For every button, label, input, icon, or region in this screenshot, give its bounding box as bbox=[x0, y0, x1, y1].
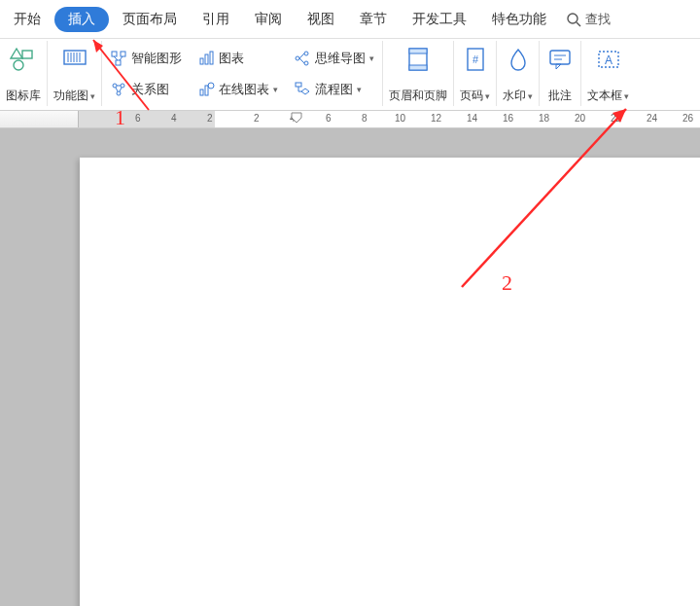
mindmap-label: 思维导图 bbox=[315, 50, 366, 67]
chevron-down-icon: ▾ bbox=[273, 85, 278, 94]
svg-marker-48 bbox=[292, 113, 301, 123]
svg-point-28 bbox=[296, 56, 299, 60]
ribbon: 图标库 功能图▾ 智能图形 关系图 图表 在线图表 ▾ 思维导图 bbox=[0, 39, 700, 111]
smartart-label: 智能图形 bbox=[131, 50, 182, 67]
svg-line-31 bbox=[299, 53, 304, 58]
tab-review[interactable]: 审阅 bbox=[243, 5, 294, 34]
chevron-down-icon: ▾ bbox=[528, 91, 533, 101]
svg-rect-38 bbox=[409, 49, 427, 53]
svg-marker-2 bbox=[11, 49, 22, 58]
flowchart-label: 流程图 bbox=[315, 81, 353, 98]
iconlib-label: 图标库 bbox=[6, 88, 41, 104]
watermark-label: 水印▾ bbox=[503, 88, 533, 104]
flowchart-button[interactable]: 流程图 ▾ bbox=[292, 74, 376, 105]
svg-point-30 bbox=[304, 61, 308, 65]
watermark-button[interactable]: 水印▾ bbox=[497, 41, 540, 106]
ruler-ticks: 6 4 2 2 4 6 8 10 12 14 16 18 20 22 24 26… bbox=[79, 111, 700, 127]
svg-rect-24 bbox=[210, 52, 213, 64]
svg-rect-22 bbox=[200, 58, 203, 64]
svg-point-4 bbox=[14, 60, 23, 70]
chevron-down-icon: ▾ bbox=[357, 85, 362, 94]
svg-rect-39 bbox=[409, 65, 427, 70]
chevron-down-icon: ▾ bbox=[624, 91, 629, 101]
mindmap-button[interactable]: 思维导图 ▾ bbox=[292, 43, 376, 74]
relation-label: 关系图 bbox=[131, 81, 169, 98]
svg-text:A: A bbox=[604, 53, 612, 67]
indent-marker[interactable] bbox=[291, 112, 300, 125]
watermark-icon bbox=[504, 45, 533, 74]
search-button[interactable]: 查找 bbox=[566, 11, 611, 28]
pagenum-button[interactable]: # 页码▾ bbox=[454, 41, 497, 106]
tab-dev[interactable]: 开发工具 bbox=[401, 5, 478, 34]
pagenum-label: 页码▾ bbox=[460, 88, 490, 104]
mindmap-icon bbox=[294, 50, 311, 67]
svg-line-20 bbox=[116, 88, 118, 91]
svg-rect-3 bbox=[22, 51, 32, 58]
chevron-down-icon: ▾ bbox=[369, 53, 374, 63]
svg-rect-13 bbox=[116, 60, 121, 65]
svg-rect-11 bbox=[112, 52, 117, 56]
ruler: 6 4 2 2 4 6 8 10 12 14 16 18 20 22 24 26… bbox=[0, 111, 700, 128]
svg-rect-12 bbox=[121, 52, 125, 56]
chevron-down-icon: ▾ bbox=[485, 91, 490, 101]
svg-rect-33 bbox=[296, 83, 301, 87]
barcode-icon bbox=[60, 45, 89, 74]
svg-rect-26 bbox=[205, 86, 208, 95]
textbox-icon: A bbox=[594, 45, 623, 74]
relation-button[interactable]: 关系图 bbox=[108, 74, 184, 105]
onlinechart-icon bbox=[197, 81, 215, 98]
svg-rect-5 bbox=[64, 51, 86, 64]
svg-point-18 bbox=[117, 91, 121, 95]
svg-line-1 bbox=[577, 22, 580, 26]
shapes-icon bbox=[9, 45, 38, 74]
svg-point-29 bbox=[304, 52, 308, 55]
chart-icon bbox=[197, 50, 215, 67]
svg-rect-42 bbox=[550, 51, 570, 64]
svg-rect-23 bbox=[205, 54, 208, 64]
svg-marker-34 bbox=[301, 89, 309, 94]
document-canvas[interactable] bbox=[0, 128, 700, 606]
chart-button[interactable]: 图表 bbox=[195, 43, 280, 74]
headerfooter-icon bbox=[403, 45, 433, 74]
tab-layout[interactable]: 页面布局 bbox=[111, 5, 189, 34]
tab-insert[interactable]: 插入 bbox=[54, 7, 109, 32]
funcimg-label: 功能图▾ bbox=[53, 88, 95, 104]
comment-button[interactable]: 批注 bbox=[540, 41, 581, 106]
tab-special[interactable]: 特色功能 bbox=[480, 5, 558, 34]
smartart-icon bbox=[110, 50, 127, 67]
chart-label: 图表 bbox=[219, 50, 244, 67]
tab-start[interactable]: 开始 bbox=[2, 5, 52, 34]
onlinechart-button[interactable]: 在线图表 ▾ bbox=[195, 74, 280, 105]
search-icon bbox=[566, 12, 581, 27]
tab-view[interactable]: 视图 bbox=[296, 5, 346, 34]
svg-line-14 bbox=[114, 56, 118, 60]
tab-bar: 开始 插入 页面布局 引用 审阅 视图 章节 开发工具 特色功能 查找 bbox=[0, 0, 700, 39]
iconlib-button[interactable]: 图标库 bbox=[0, 41, 48, 106]
headerfooter-button[interactable]: 页眉和页脚 bbox=[383, 41, 454, 106]
pagenum-icon: # bbox=[461, 45, 490, 74]
tab-references[interactable]: 引用 bbox=[191, 5, 241, 34]
chevron-down-icon: ▾ bbox=[90, 91, 95, 101]
svg-point-17 bbox=[121, 84, 124, 88]
headerfooter-label: 页眉和页脚 bbox=[389, 88, 447, 104]
onlinechart-label: 在线图表 bbox=[219, 81, 269, 98]
svg-point-0 bbox=[568, 14, 578, 23]
textbox-button[interactable]: A 文本框▾ bbox=[581, 41, 635, 106]
svg-rect-25 bbox=[200, 89, 203, 95]
textbox-label: 文本框▾ bbox=[587, 88, 629, 104]
tab-chapter[interactable]: 章节 bbox=[348, 5, 399, 34]
comment-icon bbox=[545, 45, 575, 74]
page[interactable] bbox=[80, 158, 700, 606]
svg-point-27 bbox=[208, 83, 214, 89]
search-label: 查找 bbox=[585, 11, 611, 28]
relation-icon bbox=[110, 81, 127, 98]
svg-line-32 bbox=[299, 58, 304, 63]
svg-point-16 bbox=[113, 84, 117, 88]
svg-text:#: # bbox=[472, 53, 478, 65]
funcimg-button[interactable]: 功能图▾ bbox=[48, 41, 102, 106]
smartart-button[interactable]: 智能图形 bbox=[108, 43, 184, 74]
svg-line-15 bbox=[120, 56, 122, 60]
svg-marker-45 bbox=[556, 64, 561, 69]
svg-line-21 bbox=[120, 88, 122, 91]
comment-label: 批注 bbox=[548, 88, 572, 104]
